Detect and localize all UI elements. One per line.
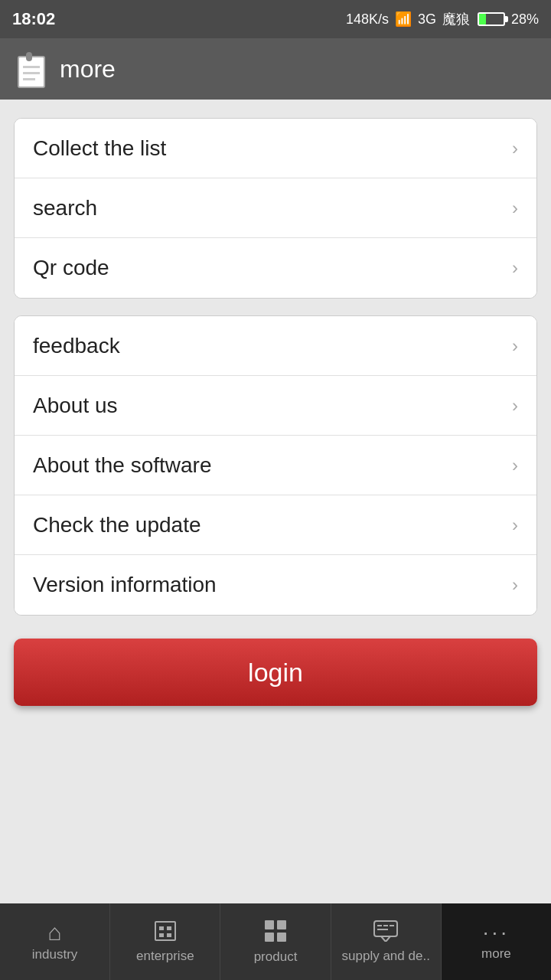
app-logo-icon [15,52,49,86]
login-button[interactable]: login [14,639,537,706]
svg-rect-18 [377,929,388,930]
status-bar: 18:02 148K/s 📶 3G 魔狼 28% [0,0,551,38]
network-speed: 148K/s [346,11,389,28]
svg-rect-13 [277,933,286,942]
svg-rect-16 [383,925,388,926]
svg-rect-2 [23,66,40,68]
menu-item-about-software[interactable]: About the software › [15,436,536,495]
product-icon [264,920,287,946]
more-icon: ··· [483,922,510,943]
battery-icon [478,12,505,26]
nav-item-enterprise[interactable]: enterprise [110,903,220,980]
status-time: 18:02 [12,9,55,29]
menu-group-2: feedback › About us › About the software… [14,315,537,616]
status-indicators: 148K/s 📶 3G 魔狼 28% [346,10,539,28]
app-title: more [60,55,116,83]
menu-item-qr-code[interactable]: Qr code › [15,238,536,298]
chevron-right-icon: › [512,257,518,279]
nav-item-supply[interactable]: supply and de.. [331,903,442,980]
chevron-right-icon: › [512,198,518,219]
battery-fill [479,14,486,24]
menu-item-about-us[interactable]: About us › [15,376,536,436]
nav-item-industry[interactable]: ⌂ industry [0,903,110,980]
wifi-icon: 📶 [395,11,412,28]
nav-item-more[interactable]: ··· more [442,903,551,980]
chevron-right-icon: › [512,514,518,536]
svg-rect-4 [23,78,35,80]
menu-item-feedback[interactable]: feedback › [15,316,536,376]
svg-rect-3 [23,72,40,74]
chevron-right-icon: › [512,335,518,357]
menu-item-check-update[interactable]: Check the update › [15,495,536,555]
nav-label-supply: supply and de.. [342,949,430,964]
menu-item-collect-list[interactable]: Collect the list › [15,119,536,178]
svg-rect-10 [265,920,274,929]
svg-rect-7 [167,926,171,930]
enterprise-icon [154,920,177,946]
svg-rect-5 [155,922,175,940]
nav-label-enterprise: enterprise [136,949,194,964]
chevron-right-icon: › [512,574,518,596]
chevron-right-icon: › [512,455,518,476]
nav-item-product[interactable]: product [220,903,331,980]
menu-item-version-info[interactable]: Version information › [15,555,536,615]
svg-marker-19 [381,936,390,942]
supply-icon [373,920,398,946]
menu-item-search[interactable]: search › [15,178,536,238]
svg-rect-12 [265,933,274,942]
nav-label-product: product [254,949,298,965]
battery-percent: 28% [511,11,539,28]
svg-rect-9 [167,933,171,937]
chevron-right-icon: › [512,395,518,416]
svg-rect-6 [159,926,164,930]
app-header: more [0,38,551,100]
svg-rect-11 [277,920,286,929]
chevron-right-icon: › [512,138,518,159]
bottom-navigation: ⌂ industry enterprise product [0,903,551,980]
signal-icon: 3G [418,11,436,28]
svg-rect-15 [377,925,382,926]
main-content: Collect the list › search › Qr code › fe… [0,100,551,926]
nav-label-more: more [481,946,511,962]
menu-group-1: Collect the list › search › Qr code › [14,118,537,299]
svg-rect-17 [390,925,394,926]
svg-rect-8 [159,933,164,937]
house-icon: ⌂ [48,921,62,944]
carrier-name: 魔狼 [442,10,470,28]
nav-label-industry: industry [32,947,78,962]
svg-rect-1 [26,52,32,61]
